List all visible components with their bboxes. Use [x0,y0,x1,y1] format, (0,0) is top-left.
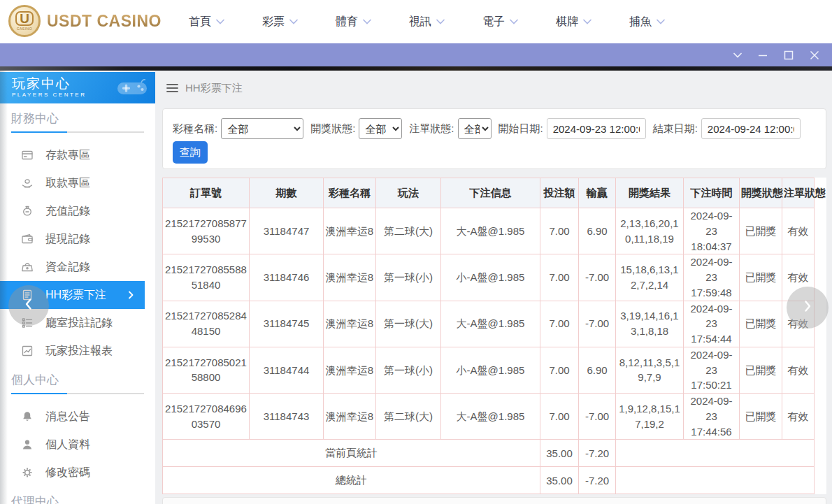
table-row: 215217270846960357031184743澳洲幸运8第二球(大)大-… [163,394,815,440]
gamepad-icon [116,77,148,101]
table-cell: 2152172708528448150 [163,301,250,347]
table-cell: 7.00 [540,254,579,301]
column-header: 下注時間 [684,178,740,208]
column-header: 期數 [250,178,324,208]
sidebar-section-title: 個人中心 [11,373,155,387]
table-cell: -7.00 [579,254,616,301]
sidebar-section-title: 代理中心 [11,495,155,504]
sidebar-section-title: 財務中心 [11,112,155,125]
panel-expand-button[interactable] [787,287,829,329]
sidebar-item-label: 消息公告 [45,410,90,424]
page-title: HH彩票下注 [185,82,243,95]
nav-item-video[interactable]: 視訊 [409,15,445,29]
order-status-select[interactable]: 全部 [458,118,492,139]
sidebar-section-items: 存款專區取款專區充值記錄提現記錄資金記錄HH彩票下注廳室投註記錄玩家投注報表 [0,141,155,365]
table-cell: 澳洲幸运8 [324,301,376,347]
sidebar-item-announcements[interactable]: 消息公告 [0,403,155,431]
sidebar-item-recharge-record[interactable]: 充值記錄 [0,197,155,225]
end-date-input[interactable] [701,118,801,139]
banner-edge-strip [0,66,832,71]
table-cell: 2024-09-23 17:54:44 [684,301,740,347]
table-cell: -7.00 [579,301,616,347]
table-cell: 已開獎 [740,301,782,347]
chevron-down-icon [363,19,371,24]
sidebar-item-funds-record[interactable]: 資金記錄 [0,253,155,281]
column-header: 下注信息 [441,178,540,208]
table-row: 215217270850215880031184744澳洲幸运8第一球(小)小-… [163,347,815,393]
close-icon[interactable] [810,50,819,60]
table-cell: 2152172708558851840 [163,254,250,301]
nav-item-lottery[interactable]: 彩票 [262,15,298,29]
sidebar-item-withdraw-zone[interactable]: 取款專區 [0,169,155,197]
table-header-row: 訂單號期數彩種名稱玩法下注信息投注額輸贏開獎結果下注時間開獎狀態注單狀態 [163,178,815,208]
sidebar-item-deposit-zone[interactable]: 存款專區 [0,141,155,169]
draw-status-select[interactable]: 全部 [359,118,402,139]
summary-row: 當前頁統計35.00-7.20 [163,440,815,467]
sidebar-item-label: 廳室投註記錄 [45,316,113,331]
nav-item-sports[interactable]: 體育 [336,15,371,29]
sidebar-item-label: HH彩票下注 [45,288,106,303]
chevron-down-icon [216,19,224,24]
sidebar-collapse-button[interactable] [8,285,49,326]
table-cell: 31184747 [250,208,324,254]
sidebar-header: 玩家中心 PLAYERS CENTER [0,72,155,103]
table-cell: 2024-09-23 18:04:37 [684,208,740,254]
column-header: 投注額 [540,178,579,208]
summary-empty-cell [616,467,815,494]
chevron-down-icon [510,19,518,24]
start-date-label: 開始日期: [499,122,543,136]
sidebar-item-label: 個人資料 [45,438,90,452]
table-cell: 6.90 [579,347,616,393]
table-cell: 7.00 [540,208,579,254]
table-cell: 2024-09-23 17:59:48 [684,254,740,301]
maximize-icon[interactable] [784,50,794,60]
logo-text: USDT CASINO [47,12,162,31]
table-cell: 大-A盤@1.985 [441,208,540,254]
nav-item-fishing[interactable]: 捕魚 [629,15,665,29]
nav-item-chess[interactable]: 棋牌 [556,15,591,29]
nav-item-label: 彩票 [262,15,285,29]
hamburger-icon[interactable] [166,83,178,93]
table-cell: 3,19,14,16,13,1,8,18 [616,301,684,347]
sidebar-item-label: 修改密碼 [45,466,90,480]
window-titlebar [0,43,832,66]
main-content: HH彩票下注 彩種名稱: 全部 開獎狀態: 全部 注單狀態: 全部 開始日期: … [155,71,832,504]
table-cell: 大-A盤@1.985 [441,301,540,347]
table-cell: 有效 [782,208,815,254]
table-cell: 第一球(大) [376,301,441,347]
start-date-input[interactable] [547,118,646,139]
column-header: 玩法 [376,178,441,208]
table-cell: -7.00 [579,394,616,440]
report-icon [21,345,34,357]
table-footer: 每頁顯示20條 共5条 首页 上一页 [1] 下一页 第 页 跳转 [162,497,826,504]
sidebar-item-change-password[interactable]: 修改密碼 [0,459,155,487]
nav-item-home[interactable]: 首頁 [189,15,224,29]
table-cell: 15,18,6,13,12,7,2,14 [616,254,684,301]
table-cell: 2024-09-23 17:44:56 [684,394,740,440]
sidebar-section-items: 消息公告個人資料修改密碼 [0,403,155,487]
table-cell: 2152172708587799530 [163,208,250,254]
filter-panel: 彩種名稱: 全部 開獎狀態: 全部 注單狀態: 全部 開始日期: 結束日期: 查… [162,108,826,169]
hand-coin-icon [21,177,34,189]
bets-table: 訂單號期數彩種名稱玩法下注信息投注額輸贏開獎結果下注時間開獎狀態注單狀態2152… [162,178,815,494]
table-cell: 已開獎 [740,347,782,393]
lottery-name-select[interactable]: 全部 [221,118,303,139]
end-date-label: 結束日期: [653,122,698,136]
table-cell: 澳洲幸运8 [324,394,376,440]
search-button[interactable]: 查詢 [173,141,208,164]
logo-letter: U [15,11,34,26]
table-row: 215217270855885184031184746澳洲幸运8第一球(小)小-… [163,254,815,301]
sidebar-item-player-bet-report[interactable]: 玩家投注報表 [0,337,155,365]
table-cell: 7.00 [540,394,579,440]
table-cell: 已開獎 [740,208,782,254]
sidebar-item-profile[interactable]: 個人資料 [0,431,155,459]
sidebar-item-withdraw-record[interactable]: 提現記錄 [0,225,155,253]
table-cell: 小-A盤@1.985 [441,347,540,393]
chevron-down-icon[interactable] [733,52,742,58]
minimize-icon[interactable] [758,50,768,60]
table-cell: 1,9,12,8,15,17,19,2 [616,394,684,440]
sidebar-item-label: 玩家投注報表 [45,344,113,359]
logo[interactable]: U CASINO USDT CASINO [8,5,162,37]
chevron-down-icon [657,19,665,24]
nav-item-electronic[interactable]: 電子 [482,15,518,29]
